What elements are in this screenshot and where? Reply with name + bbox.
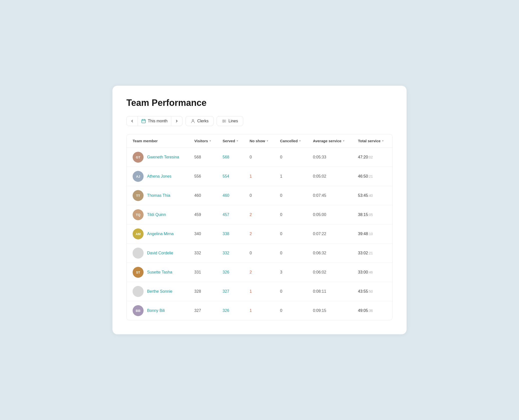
avatar: ST — [133, 267, 144, 278]
performance-table-container: Team member Visitors ▼ Served ▼ — [126, 134, 393, 320]
cancelled-cell: 3 — [276, 263, 309, 282]
total-service-cell: 39:48:10 — [354, 224, 392, 244]
avatar: BB — [133, 305, 144, 316]
clerks-filter-button[interactable]: Clerks — [185, 116, 214, 126]
table-row: Berthe Sonnie 328 327 1 0 0:08:11 43:55:… — [127, 282, 392, 301]
avg-service-cell: 0:05:33 — [309, 148, 354, 167]
col-header-cancelled[interactable]: Cancelled ▼ — [276, 134, 309, 148]
member-name[interactable]: Susette Tasha — [147, 270, 172, 275]
member-name[interactable]: Thomas Thia — [147, 193, 170, 198]
visitors-cell: 460 — [190, 186, 219, 205]
svg-rect-0 — [142, 120, 146, 123]
total-service-cell: 47:20:02 — [354, 148, 392, 167]
lines-label: Lines — [228, 119, 238, 123]
member-name[interactable]: Gweneth Teresina — [147, 155, 179, 159]
lines-icon — [222, 119, 226, 123]
person-icon — [191, 119, 195, 123]
svg-point-2 — [223, 120, 224, 121]
visitors-cell: 568 — [190, 148, 219, 167]
table-row: TT Thomas Thia 460 460 0 0 0:07:45 53:45… — [127, 186, 392, 205]
col-header-avg-service[interactable]: Average service ▼ — [309, 134, 354, 148]
svg-point-1 — [192, 120, 194, 121]
noshow-cell: 0 — [246, 148, 276, 167]
page-title: Team Performance — [126, 98, 393, 108]
total-service-cell: 46:50:21 — [354, 167, 392, 186]
served-cell: 568 — [219, 148, 246, 167]
svg-point-4 — [223, 122, 224, 123]
visitors-cell: 556 — [190, 167, 219, 186]
avatar: AM — [133, 228, 144, 239]
avatar: TQ — [133, 209, 144, 220]
sort-arrow-total: ▼ — [382, 140, 384, 142]
member-cell: David Cordelie — [127, 244, 190, 263]
served-cell: 327 — [219, 282, 246, 301]
sort-arrow-cancelled: ▼ — [299, 140, 301, 142]
cancelled-cell: 0 — [276, 205, 309, 224]
served-cell: 460 — [219, 186, 246, 205]
table-row: BB Bonny Bili 327 326 1 0 0:09:15 49:05:… — [127, 301, 392, 320]
next-month-button[interactable] — [171, 117, 182, 126]
total-service-cell: 53:45:40 — [354, 186, 392, 205]
calendar-icon — [141, 119, 146, 123]
col-header-member: Team member — [127, 134, 190, 148]
member-cell: ST Susette Tasha — [127, 263, 190, 282]
avg-service-cell: 0:05:00 — [309, 205, 354, 224]
col-header-served[interactable]: Served ▼ — [219, 134, 246, 148]
member-name[interactable]: Berthe Sonnie — [147, 289, 172, 294]
col-header-visitors[interactable]: Visitors ▼ — [190, 134, 219, 148]
total-service-cell: 38:15:05 — [354, 205, 392, 224]
total-service-cell: 43:55:50 — [354, 282, 392, 301]
total-service-cell: 49:05:36 — [354, 301, 392, 320]
member-cell: BB Bonny Bili — [127, 301, 190, 320]
served-cell: 332 — [219, 244, 246, 263]
noshow-cell: 1 — [246, 282, 276, 301]
avatar: GT — [133, 152, 144, 163]
performance-table: Team member Visitors ▼ Served ▼ — [127, 134, 392, 320]
cancelled-cell: 0 — [276, 301, 309, 320]
visitors-cell: 459 — [190, 205, 219, 224]
date-nav: This month — [126, 116, 182, 126]
sort-arrow-visitors: ▼ — [209, 140, 211, 142]
member-cell: AJ Athena Jones — [127, 167, 190, 186]
col-header-noshow[interactable]: No show ▼ — [246, 134, 276, 148]
avatar — [133, 248, 144, 259]
noshow-cell: 2 — [246, 224, 276, 244]
table-row: AJ Athena Jones 556 554 1 1 0:05:02 46:5… — [127, 167, 392, 186]
member-name[interactable]: Angelina Mirna — [147, 232, 174, 236]
table-row: David Cordelie 332 332 0 0 0:06:32 33:02… — [127, 244, 392, 263]
table-row: TQ Tildi Quinn 459 457 2 0 0:05:00 38:15… — [127, 205, 392, 224]
main-card: Team Performance This month — [112, 86, 407, 334]
member-name[interactable]: Tildi Quinn — [147, 212, 166, 217]
avg-service-cell: 0:06:02 — [309, 263, 354, 282]
cancelled-cell: 0 — [276, 186, 309, 205]
sort-arrow-served: ▼ — [236, 140, 239, 142]
cancelled-cell: 1 — [276, 167, 309, 186]
avatar — [133, 286, 144, 297]
table-header-row: Team member Visitors ▼ Served ▼ — [127, 134, 392, 148]
prev-month-button[interactable] — [127, 117, 138, 126]
chevron-right-icon — [175, 119, 179, 123]
avg-service-cell: 0:07:45 — [309, 186, 354, 205]
sort-arrow-avg: ▼ — [343, 140, 345, 142]
served-cell: 554 — [219, 167, 246, 186]
cancelled-cell: 0 — [276, 224, 309, 244]
lines-filter-button[interactable]: Lines — [217, 116, 243, 126]
noshow-cell: 2 — [246, 205, 276, 224]
avg-service-cell: 0:09:15 — [309, 301, 354, 320]
served-cell: 326 — [219, 263, 246, 282]
clerks-label: Clerks — [197, 119, 208, 123]
avg-service-cell: 0:08:11 — [309, 282, 354, 301]
noshow-cell: 0 — [246, 186, 276, 205]
table-row: AM Angelina Mirna 340 338 2 0 0:07:22 39… — [127, 224, 392, 244]
total-service-cell: 33:02:21 — [354, 244, 392, 263]
col-header-total-service[interactable]: Total service ▼ — [354, 134, 392, 148]
member-cell: TT Thomas Thia — [127, 186, 190, 205]
member-cell: GT Gweneth Teresina — [127, 148, 190, 167]
svg-point-3 — [224, 121, 225, 122]
member-name[interactable]: David Cordelie — [147, 251, 173, 255]
month-label: This month — [148, 119, 168, 123]
avatar: AJ — [133, 171, 144, 182]
member-name[interactable]: Athena Jones — [147, 174, 172, 179]
member-name[interactable]: Bonny Bili — [147, 308, 165, 313]
date-label: This month — [138, 116, 171, 126]
